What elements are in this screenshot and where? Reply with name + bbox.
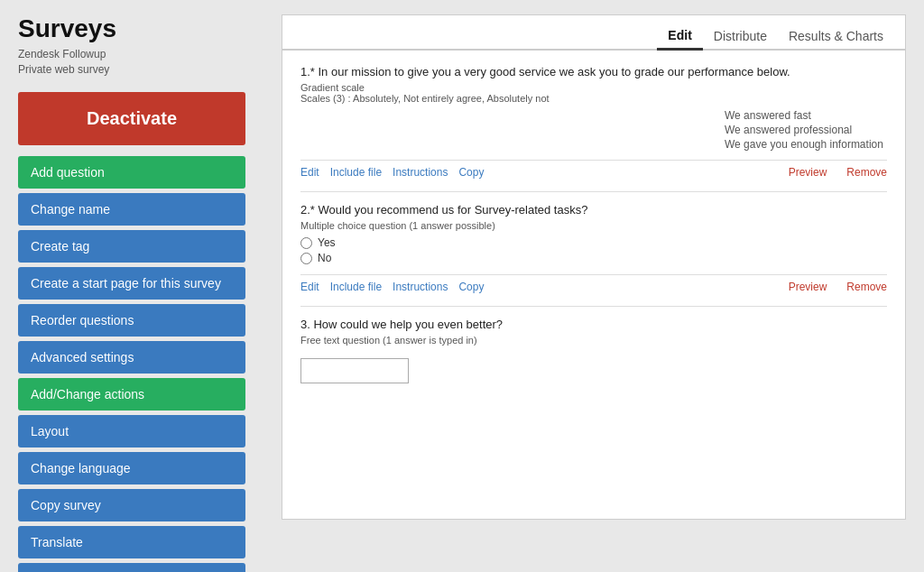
question-left-col-3: [300, 351, 409, 383]
sidebar: Surveys Zendesk Followup Private web sur…: [0, 0, 263, 572]
question-divider-1: [300, 191, 887, 192]
q2-instructions-link[interactable]: Instructions: [393, 281, 448, 293]
add-change-actions-button[interactable]: Add/Change actions: [18, 378, 245, 411]
change-language-button[interactable]: Change language: [18, 452, 245, 484]
q2-edit-link[interactable]: Edit: [300, 281, 319, 293]
q2-preview-link[interactable]: Preview: [789, 281, 827, 293]
q1-include-file-link[interactable]: Include file: [330, 166, 382, 179]
radio-input[interactable]: [300, 237, 312, 249]
radio-input[interactable]: [300, 253, 312, 264]
translate-button[interactable]: Translate: [18, 526, 245, 558]
tab-results-charts[interactable]: Results & Charts: [778, 23, 894, 49]
question-block-3: 3. How could we help you even better?Fre…: [300, 318, 887, 383]
question-divider-2: [300, 306, 887, 307]
question-meta-1: Gradient scaleScales (3) : Absolutely, N…: [300, 82, 887, 104]
tab-distribute[interactable]: Distribute: [703, 23, 778, 49]
app-subtitle: Zendesk Followup Private web survey: [18, 47, 245, 78]
reorder-questions-button[interactable]: Reorder questions: [18, 304, 245, 337]
radio-option: Yes: [300, 236, 336, 249]
question-actions-1: EditInclude fileInstructionsCopyPreviewR…: [300, 160, 887, 184]
sidebar-buttons: Add questionChange nameCreate tagCreate …: [18, 156, 245, 572]
survey-panel: EditDistributeResults & Charts 1.* In ou…: [282, 14, 906, 520]
q1-copy-link[interactable]: Copy: [458, 166, 484, 179]
question-content-row-1: We answered fastWe answered professional…: [300, 109, 887, 152]
q1-remove-link[interactable]: Remove: [846, 166, 887, 179]
question-content-row-3: [300, 351, 887, 383]
q1-edit-link[interactable]: Edit: [300, 166, 319, 179]
download-button[interactable]: Download: [18, 563, 245, 572]
q1-preview-link[interactable]: Preview: [789, 166, 827, 179]
radio-option: No: [300, 252, 336, 264]
tabs-bar: EditDistributeResults & Charts: [282, 15, 905, 51]
q2-include-file-link[interactable]: Include file: [330, 281, 382, 293]
q2-remove-link[interactable]: Remove: [846, 281, 887, 293]
question-block-1: 1.* In our mission to give you a very go…: [300, 65, 887, 184]
free-text-input-preview[interactable]: [300, 358, 409, 383]
q2-copy-link[interactable]: Copy: [458, 281, 484, 293]
layout-button[interactable]: Layout: [18, 415, 245, 447]
question-meta-2: Multiple choice question (1 answer possi…: [300, 220, 887, 231]
question-left-col-2: YesNo: [300, 236, 336, 267]
questions-container: 1.* In our mission to give you a very go…: [282, 51, 905, 405]
copy-survey-button[interactable]: Copy survey: [18, 489, 245, 521]
question-meta-3: Free text question (1 answer is typed in…: [300, 335, 887, 346]
main-content: EditDistributeResults & Charts 1.* In ou…: [263, 0, 924, 572]
add-question-button[interactable]: Add question: [18, 156, 245, 189]
tab-edit[interactable]: Edit: [657, 23, 702, 51]
q1-instructions-link[interactable]: Instructions: [393, 166, 448, 179]
question-content-row-2: YesNo: [300, 236, 887, 267]
create-start-page-button[interactable]: Create a start page for this survey: [18, 267, 245, 300]
question-text-2: 2.* Would you recommend us for Survey-re…: [300, 203, 887, 217]
question-actions-2: EditInclude fileInstructionsCopyPreviewR…: [300, 274, 887, 299]
question-text-1: 1.* In our mission to give you a very go…: [300, 65, 887, 78]
question-block-2: 2.* Would you recommend us for Survey-re…: [300, 203, 887, 299]
deactivate-button[interactable]: Deactivate: [18, 92, 245, 145]
question-right-labels-1: We answered fastWe answered professional…: [725, 109, 887, 152]
question-text-3: 3. How could we help you even better?: [300, 318, 887, 331]
advanced-settings-button[interactable]: Advanced settings: [18, 341, 245, 374]
change-name-button[interactable]: Change name: [18, 193, 245, 226]
app-title: Surveys: [18, 14, 245, 43]
create-tag-button[interactable]: Create tag: [18, 230, 245, 263]
